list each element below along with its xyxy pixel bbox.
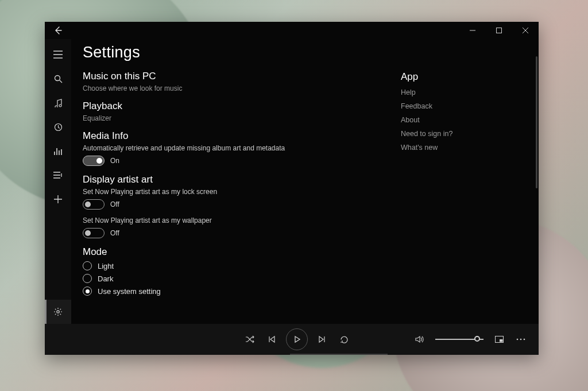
sidebar-recent[interactable]	[45, 115, 71, 139]
close-button[interactable]	[512, 22, 539, 39]
progress-bar[interactable]	[290, 354, 388, 355]
repeat-button[interactable]	[334, 330, 354, 349]
mode-radio-system[interactable]: Use system setting	[83, 287, 389, 296]
app-link-feedback[interactable]: Feedback	[401, 102, 529, 110]
sidebar-selection-indicator	[45, 300, 47, 324]
svg-point-3	[57, 311, 59, 313]
svg-point-1	[55, 75, 60, 80]
mode-radio-light-label: Light	[98, 262, 114, 270]
player-bar	[45, 324, 539, 355]
section-music-link[interactable]: Choose where we look for music	[83, 84, 389, 92]
sidebar	[45, 39, 71, 324]
app-link-about[interactable]: About	[401, 116, 529, 124]
app-link-signin[interactable]: Need to sign in?	[401, 130, 529, 138]
svg-point-7	[520, 339, 522, 340]
section-mediainfo-title: Media Info	[83, 130, 389, 142]
mode-radio-dark[interactable]: Dark	[83, 274, 389, 283]
minimize-button[interactable]	[459, 22, 486, 39]
volume-slider-thumb[interactable]	[474, 336, 480, 342]
volume-button[interactable]	[410, 330, 430, 349]
more-horizontal-icon	[516, 338, 525, 340]
section-mode-title: Mode	[83, 246, 389, 258]
skip-next-icon	[318, 335, 326, 343]
section-playback-title: Playback	[83, 100, 389, 112]
section-mediainfo-desc: Automatically retrieve and update missin…	[83, 144, 389, 152]
app-link-help[interactable]: Help	[401, 88, 529, 96]
shuffle-button[interactable]	[240, 330, 260, 349]
artistart-lock-toggle[interactable]	[83, 199, 105, 210]
sidebar-new-playlist[interactable]	[45, 187, 71, 211]
more-button[interactable]	[511, 330, 531, 349]
play-button[interactable]	[286, 328, 308, 350]
clock-icon	[54, 123, 63, 131]
content-area: Settings Music on this PC Choose where w…	[71, 39, 539, 324]
gear-icon	[53, 307, 63, 316]
artistart-lock-desc: Set Now Playing artist art as my lock sc…	[83, 188, 389, 196]
artistart-wall-state: Off	[110, 229, 119, 237]
mode-radio-system-label: Use system setting	[98, 287, 161, 296]
artistart-wall-toggle[interactable]	[83, 228, 105, 238]
mode-radio-light[interactable]: Light	[83, 261, 389, 270]
sidebar-playlists[interactable]	[45, 163, 71, 187]
next-button[interactable]	[312, 330, 332, 349]
page-title: Settings	[83, 44, 389, 61]
plus-icon	[54, 195, 62, 203]
section-music-title: Music on this PC	[83, 71, 389, 82]
app-pane: App Help Feedback About Need to sign in?…	[401, 39, 539, 324]
playlist-icon	[53, 172, 63, 179]
app-link-whatsnew[interactable]: What's new	[401, 144, 529, 152]
hamburger-icon	[53, 51, 63, 59]
repeat-icon	[340, 335, 349, 344]
app-pane-title: App	[401, 71, 529, 83]
section-artistart-title: Display artist art	[83, 174, 389, 185]
svg-point-8	[524, 339, 525, 340]
sidebar-search[interactable]	[45, 67, 71, 91]
mediainfo-toggle-state: On	[110, 157, 119, 165]
sidebar-my-music[interactable]	[45, 91, 71, 115]
close-icon	[523, 28, 528, 33]
shuffle-icon	[245, 335, 254, 343]
minimize-icon	[470, 28, 475, 33]
maximize-button[interactable]	[486, 22, 512, 39]
artistart-lock-state: Off	[110, 200, 119, 208]
maximize-icon	[496, 28, 502, 33]
miniplayer-icon	[495, 336, 504, 343]
mediainfo-toggle[interactable]	[83, 156, 105, 166]
arrow-left-icon	[53, 26, 63, 35]
settings-panel: Settings Music on this PC Choose where w…	[71, 39, 401, 324]
svg-rect-0	[497, 28, 502, 33]
play-icon	[293, 335, 301, 343]
sidebar-hamburger[interactable]	[45, 42, 71, 67]
section-playback-link[interactable]: Equalizer	[83, 114, 389, 122]
equalizer-bars-icon	[53, 147, 63, 155]
volume-slider[interactable]	[435, 339, 483, 340]
skip-previous-icon	[268, 335, 276, 343]
sidebar-now-playing[interactable]	[45, 139, 71, 163]
back-button[interactable]	[45, 22, 71, 39]
previous-button[interactable]	[262, 330, 281, 349]
title-bar	[45, 22, 539, 39]
music-note-icon	[53, 98, 63, 107]
volume-icon	[415, 335, 424, 343]
app-window: Settings Music on this PC Choose where w…	[45, 22, 539, 355]
svg-point-6	[517, 339, 519, 340]
artistart-wall-desc: Set Now Playing artist art as my wallpap…	[83, 216, 389, 224]
mode-radio-dark-label: Dark	[98, 274, 113, 283]
search-icon	[54, 75, 63, 83]
svg-rect-5	[500, 339, 503, 342]
sidebar-settings[interactable]	[45, 300, 71, 324]
miniplayer-button[interactable]	[489, 330, 509, 349]
window-body: Settings Music on this PC Choose where w…	[45, 39, 539, 324]
scrollbar-thumb[interactable]	[536, 56, 537, 188]
